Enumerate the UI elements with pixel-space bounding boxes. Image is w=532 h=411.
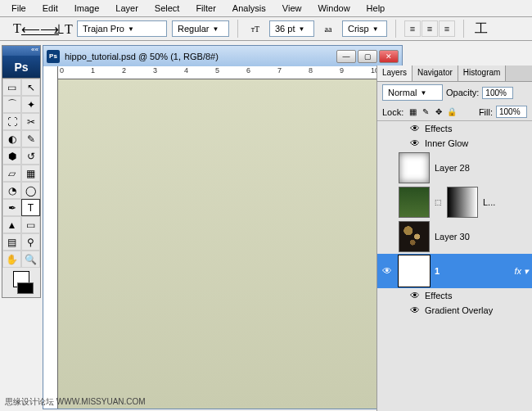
text-align-buttons: ≡ ≡ ≡ [404,20,455,37]
layer-thumbnail[interactable] [399,255,430,287]
opacity-field[interactable]: 100% [482,87,513,99]
layer-thumbnail[interactable] [399,221,430,252]
blur-tool[interactable]: ◔ [2,182,21,199]
effect-gradient-overlay[interactable]: 👁 Gradient Overlay [377,303,532,318]
layer-name[interactable]: 1 [435,266,440,276]
menu-layer[interactable]: Layer [107,2,147,15]
type-tool[interactable]: T [21,199,40,216]
history-brush-tool[interactable]: ↺ [21,147,40,165]
menu-image[interactable]: Image [66,2,108,15]
toolbox-header[interactable]: «« [2,46,40,56]
minimize-button[interactable]: — [336,50,356,63]
align-center-button[interactable]: ≡ [422,20,438,37]
layer-thumbnail[interactable] [399,187,430,218]
ruler-tick: 6 [246,66,250,75]
healing-brush-tool[interactable]: ◐ [2,130,21,147]
brush-tool[interactable]: ✎ [21,130,40,147]
effects-header[interactable]: 👁 Effects [377,121,532,136]
shape-tool[interactable]: ▭ [21,216,40,233]
mask-thumbnail[interactable] [447,187,478,218]
menu-analysis[interactable]: Analysis [224,2,274,15]
effects-header[interactable]: 👁 Effects [377,288,532,303]
fx-badge[interactable]: fx ▾ [514,266,529,277]
menu-select[interactable]: Select [147,2,188,15]
lock-transparency-icon[interactable]: ▦ [407,106,418,118]
layer-row-selected[interactable]: 👁 1 fx ▾ [377,254,532,288]
menu-view[interactable]: View [274,2,310,15]
font-family-value: Trajan Pro [83,24,124,34]
menu-file[interactable]: File [3,2,34,15]
ruler-tick: 9 [340,66,344,75]
blend-mode-dropdown[interactable]: Normal ▼ [382,84,443,101]
document-titlebar[interactable]: Ps hippo_tutorial.psd @ 50% (1, RGB/8#) … [43,46,402,66]
horizontal-ruler[interactable]: 0 1 2 3 4 5 6 7 8 9 10 [58,66,402,79]
panels-dock: Layers Navigator Histogram Normal ▼ Opac… [376,65,532,411]
background-color[interactable] [17,282,34,294]
chevron-down-icon: ▼ [298,25,304,33]
layer-row[interactable]: ⬚ L... [377,185,532,219]
marquee-tool[interactable]: ▭ [2,79,21,96]
ruler-tick: 5 [215,66,219,75]
menu-filter[interactable]: Filter [187,2,223,15]
menu-help[interactable]: Help [358,2,394,15]
lock-pixels-icon[interactable]: ✎ [420,106,431,118]
visibility-icon: 👁 [382,265,392,277]
warp-text-icon[interactable]: 工 [472,20,490,38]
vertical-ruler[interactable] [43,66,58,409]
hand-tool[interactable]: ✋ [2,251,21,268]
orientation-icon[interactable]: ⟵⟶ [31,20,49,38]
tab-navigator[interactable]: Navigator [413,65,458,81]
visibility-toggle[interactable]: 👁 [381,265,394,277]
visibility-icon[interactable]: 👁 [410,138,420,149]
menu-window[interactable]: Window [309,2,358,15]
ruler-tick: 4 [184,66,188,75]
close-button[interactable]: ✕ [379,50,399,63]
font-style-dropdown[interactable]: Regular ▼ [172,20,229,37]
lock-buttons: ▦ ✎ ✥ 🔒 [407,106,458,118]
magic-wand-tool[interactable]: ✦ [21,96,40,113]
notes-tool[interactable]: ▤ [2,233,21,251]
layer-thumbnail[interactable] [399,152,430,183]
tab-layers[interactable]: Layers [377,65,413,81]
zoom-tool[interactable]: 🔍 [21,251,40,268]
chevron-down-icon: ▼ [128,25,134,33]
pen-tool[interactable]: ✒ [2,199,21,216]
canvas[interactable] [58,79,402,409]
font-family-dropdown[interactable]: Trajan Pro ▼ [77,20,167,37]
effect-inner-glow[interactable]: 👁 Inner Glow [377,136,532,151]
ruler-tick: 7 [277,66,282,75]
dodge-tool[interactable]: ◯ [21,182,40,199]
options-bar: T ⟵⟶ ⊥T Trajan Pro ▼ Regular ▼ тT 36 pt … [0,16,532,41]
antialias-dropdown[interactable]: Crisp ▼ [342,20,387,37]
font-size-dropdown[interactable]: 36 pt ▼ [269,20,314,37]
eyedropper-tool[interactable]: ⚲ [21,233,40,251]
layer-row[interactable]: Layer 28 [377,151,532,185]
lasso-tool[interactable]: ⌒ [2,96,21,113]
text-orient-icon[interactable]: ⊥T [54,20,72,38]
lock-position-icon[interactable]: ✥ [433,106,444,118]
layer-row[interactable]: Layer 30 [377,219,532,254]
eraser-tool[interactable]: ▱ [2,165,21,182]
font-style-value: Regular [178,24,210,34]
slice-tool[interactable]: ✂ [21,113,40,130]
color-swatches[interactable] [2,268,40,297]
path-selection-tool[interactable]: ▲ [2,216,21,233]
fill-field[interactable]: 100% [496,106,527,118]
lock-all-icon[interactable]: 🔒 [446,106,458,118]
gradient-tool[interactable]: ▦ [21,165,40,182]
clone-stamp-tool[interactable]: ⬢ [2,147,21,165]
layer-name[interactable]: L... [483,197,495,207]
tab-histogram[interactable]: Histogram [458,65,507,81]
align-right-button[interactable]: ≡ [439,20,455,37]
layer-name[interactable]: Layer 30 [435,232,470,242]
crop-tool[interactable]: ⛶ [2,113,21,130]
effect-name: Gradient Overlay [425,305,493,315]
visibility-icon[interactable]: 👁 [410,305,420,316]
layer-name[interactable]: Layer 28 [435,163,470,173]
menu-edit[interactable]: Edit [34,2,66,15]
visibility-icon[interactable]: 👁 [410,290,420,301]
move-tool[interactable]: ↖ [21,79,40,96]
align-left-button[interactable]: ≡ [404,20,421,37]
visibility-icon[interactable]: 👁 [410,123,420,134]
maximize-button[interactable]: ▢ [358,50,377,63]
